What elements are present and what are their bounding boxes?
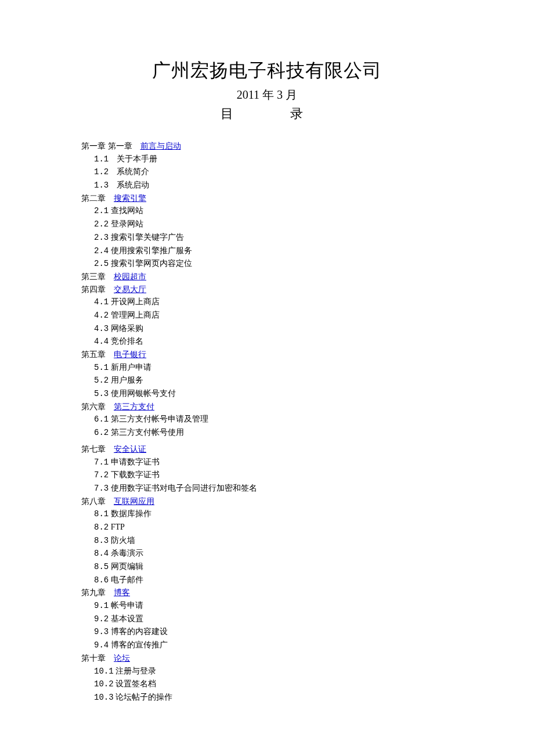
chapter-link[interactable]: 前言与启动 [140,142,181,150]
table-of-contents: 第一章 第一章 前言与启动1.1 关于本手册1.2 系统简介1.3 系统启动第二… [81,140,453,704]
chapter-link[interactable]: 安全认证 [114,445,146,453]
chapter-link[interactable]: 搜索引擎 [114,194,146,203]
document-page: 广州宏扬电子科技有限公司 2011 年 3 月 目 录 第一章 第一章 前言与启… [0,0,534,751]
section-label: 下载数字证书 [109,470,160,479]
section-row: 9.4 博客的宣传推广 [81,639,453,652]
section-label: 查找网站 [109,206,143,215]
section-row: 7.2 下载数字证书 [81,469,453,482]
chapter-prefix: 第七章 [81,445,114,453]
section-number: 2.4 [94,246,109,255]
section-row: 8.5 网页编辑 [81,560,453,574]
chapter-row: 第二章 搜索引擎 [81,192,453,205]
section-row: 5.3 使用网银帐号支付 [81,387,453,401]
section-row: 8.3 防火墙 [81,534,453,548]
section-row: 10.1 注册与登录 [81,665,453,678]
section-label: 设置签名档 [114,679,157,688]
section-row: 9.2 基本设置 [81,613,453,626]
chapter-row: 第十章 论坛 [81,652,453,665]
section-number: 8.2 [94,523,109,532]
section-row: 1.2 系统简介 [81,165,453,179]
section-label: 注册与登录 [114,667,157,675]
section-row: 5.1 新用户申请 [81,361,453,375]
section-number: 2.2 [94,219,109,229]
section-label: 申请数字证书 [109,458,160,466]
section-number: 7.3 [94,484,109,493]
section-label: 开设网上商店 [109,297,160,306]
section-label: 关于本手册 [109,154,157,163]
section-row: 2.2 登录网站 [81,218,453,231]
section-label: 论坛帖子的操作 [114,693,173,701]
section-number: 5.2 [94,376,109,385]
chapter-link[interactable]: 第三方支付 [114,402,154,411]
section-number: 10.2 [94,679,114,689]
chapter-prefix: 第一章 第一章 [81,142,140,150]
section-row: 9.3 博客的内容建设 [81,625,453,639]
section-label: 使用搜索引擎推广服务 [109,246,192,255]
section-row: 8.2 FTP [81,521,453,534]
section-number: 5.1 [94,363,109,372]
section-label: 竞价排名 [109,337,143,345]
section-row: 7.1 申请数字证书 [81,456,453,469]
chapter-row: 第三章 校园超市 [81,271,453,283]
chapter-row: 第八章 互联网应用 [81,495,453,508]
section-label: 新用户申请 [109,363,151,372]
section-number: 1.3 [94,181,109,190]
section-number: 5.3 [94,389,109,398]
section-label: 搜索引擎关键字广告 [109,233,184,242]
section-number: 8.5 [94,562,109,571]
section-label: 帐号申请 [109,601,143,610]
chapter-row: 第四章 交易大厅 [81,283,453,296]
chapter-prefix: 第二章 [81,194,114,203]
section-label: 电子邮件 [109,575,143,584]
chapter-link[interactable]: 交易大厅 [114,285,146,294]
section-number: 8.4 [94,549,109,558]
section-row: 2.3 搜索引擎关键字广告 [81,231,453,244]
section-label: 系统启动 [109,181,149,189]
company-title: 广州宏扬电子科技有限公司 [81,58,453,84]
section-row: 8.1 数据库操作 [81,507,453,521]
chapter-row: 第一章 第一章 前言与启动 [81,140,453,153]
chapter-link[interactable]: 校园超市 [114,272,146,281]
section-number: 7.1 [94,458,109,467]
section-number: 6.2 [94,428,109,437]
section-label: 管理网上商店 [109,311,160,319]
section-number: 8.3 [94,536,109,545]
section-number: 1.2 [94,167,109,177]
section-row: 4.2 管理网上商店 [81,309,453,322]
section-number: 2.5 [94,259,109,268]
section-number: 9.3 [94,627,109,636]
chapter-prefix: 第六章 [81,402,114,411]
chapter-link[interactable]: 博客 [114,588,130,597]
section-number: 6.1 [94,415,109,424]
section-row: 6.2 第三方支付帐号使用 [81,426,453,440]
section-row: 2.1 查找网站 [81,204,453,218]
chapter-prefix: 第八章 [81,497,114,506]
chapter-prefix: 第九章 [81,588,114,597]
section-label: 搜索引擎网页内容定位 [109,259,192,268]
section-number: 7.2 [94,470,109,480]
section-row: 2.4 使用搜索引擎推广服务 [81,244,453,258]
section-label: 网络采购 [109,324,143,333]
section-row: 10.3 论坛帖子的操作 [81,691,453,704]
chapter-link[interactable]: 互联网应用 [114,497,154,506]
section-label: 用户服务 [109,376,143,384]
chapter-row: 第五章 电子银行 [81,348,453,361]
section-number: 2.1 [94,206,109,215]
section-number: 4.3 [94,324,109,333]
section-label: 博客的内容建设 [109,627,168,636]
chapter-link[interactable]: 电子银行 [114,350,146,359]
section-number: 2.3 [94,233,109,242]
section-number: 4.2 [94,311,109,320]
chapter-row: 第七章 安全认证 [81,443,453,456]
section-label: 第三方支付帐号申请及管理 [109,415,208,423]
section-row: 5.2 用户服务 [81,374,453,387]
section-label: 使用网银帐号支付 [109,389,176,398]
section-number: 8.1 [94,509,109,519]
chapter-link[interactable]: 论坛 [114,654,130,663]
chapter-prefix: 第五章 [81,350,114,359]
date-line: 2011 年 3 月 [81,87,453,103]
section-number: 1.1 [94,154,109,164]
section-number: 10.1 [94,667,114,676]
section-row: 7.3 使用数字证书对电子合同进行加密和签名 [81,482,453,495]
section-row: 4.1 开设网上商店 [81,296,453,309]
